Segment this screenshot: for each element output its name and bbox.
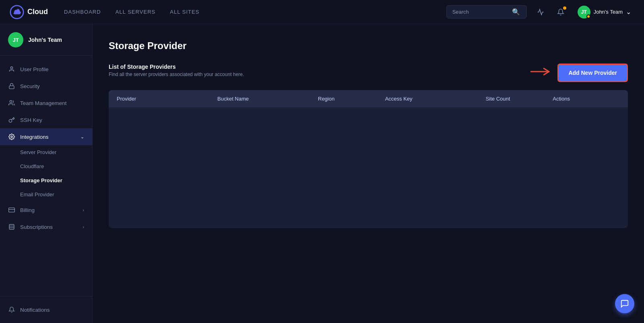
svg-rect-2	[9, 86, 14, 88]
table-body	[109, 107, 628, 228]
chevron-down-icon: ⌄	[626, 8, 631, 16]
sidebar-item-security[interactable]: Security	[0, 78, 92, 95]
sidebar-subitem-cloudflare[interactable]: Cloudflare	[0, 159, 92, 173]
sidebar-label-ssh-key: SSH Key	[20, 117, 42, 123]
nav-dashboard[interactable]: DASHBOARD	[64, 9, 101, 15]
col-bucket-name: Bucket Name	[217, 96, 318, 102]
key-icon	[8, 116, 15, 123]
billing-icon	[8, 206, 15, 214]
section-title: List of Storage Providers	[109, 64, 244, 70]
sidebar-label-notifications: Notifications	[20, 307, 50, 313]
logo[interactable]: Cloud	[10, 5, 48, 19]
user-menu[interactable]: JT John's Team ⌄	[574, 4, 634, 20]
user-name-label: John's Team	[594, 9, 623, 15]
activity-icon-btn[interactable]	[534, 6, 547, 19]
sidebar: JT John's Team User Profile	[0, 24, 93, 323]
sidebar-subitem-email-provider[interactable]: Email Provider	[0, 187, 92, 202]
svg-rect-5	[9, 208, 15, 212]
sidebar-username: John's Team	[28, 37, 62, 43]
settings-icon	[8, 133, 15, 140]
sidebar-label-security: Security	[20, 83, 40, 89]
notifications-icon-btn[interactable]	[554, 6, 567, 19]
logo-text: Cloud	[27, 8, 48, 16]
col-actions: Actions	[553, 96, 620, 102]
sidebar-item-ssh-key[interactable]: SSH Key	[0, 111, 92, 128]
arrow-indicator	[527, 65, 551, 81]
search-input[interactable]	[452, 9, 509, 15]
sidebar-label-team-management: Team Management	[20, 100, 67, 106]
col-region: Region	[318, 96, 385, 102]
add-provider-wrapper: Add New Provider	[527, 64, 628, 82]
chevron-right-billing-icon: ›	[83, 208, 84, 212]
team-icon	[8, 99, 15, 107]
col-access-key: Access Key	[385, 96, 486, 102]
sidebar-item-notifications[interactable]: Notifications	[0, 301, 92, 318]
sidebar-bottom: Notifications	[0, 296, 92, 323]
nav-all-servers[interactable]: ALL SERVERS	[116, 9, 156, 15]
page-title: Storage Provider	[109, 40, 628, 51]
chevron-down-icon: ⌄	[80, 134, 84, 140]
integrations-submenu: Server Provider Cloudflare Storage Provi…	[0, 145, 92, 202]
sidebar-nav: User Profile Security	[0, 56, 92, 296]
sidebar-subitem-storage-provider[interactable]: Storage Provider	[0, 173, 92, 187]
sidebar-label-subscriptions: Subscriptions	[20, 224, 53, 230]
chat-bubble-button[interactable]	[615, 294, 634, 313]
person-icon	[8, 66, 15, 73]
sidebar-subitem-server-provider[interactable]: Server Provider	[0, 145, 92, 159]
svg-point-3	[10, 101, 12, 103]
svg-point-4	[11, 136, 12, 138]
chevron-right-subscriptions-icon: ›	[83, 224, 84, 229]
svg-point-1	[10, 67, 12, 69]
sidebar-avatar: JT	[8, 32, 23, 47]
sidebar-item-team-management[interactable]: Team Management	[0, 95, 92, 111]
search-box[interactable]: 🔍	[446, 5, 527, 19]
svg-rect-7	[9, 224, 14, 229]
topnav-right: 🔍 JT John's Team ⌄	[446, 4, 634, 20]
sidebar-item-billing[interactable]: Billing ›	[0, 202, 92, 218]
topnav: Cloud DASHBOARD ALL SERVERS ALL SITES 🔍 …	[0, 0, 644, 24]
main-layout: JT John's Team User Profile	[0, 24, 644, 323]
sidebar-user: JT John's Team	[0, 24, 92, 56]
sidebar-label-billing: Billing	[20, 207, 35, 213]
sidebar-label-user-profile: User Profile	[20, 66, 49, 72]
section-info: List of Storage Providers Find all the s…	[109, 64, 244, 77]
main-content: Storage Provider List of Storage Provide…	[93, 24, 644, 323]
col-provider: Provider	[117, 96, 217, 102]
bell-icon	[8, 306, 15, 313]
avatar: JT	[578, 6, 590, 19]
add-new-provider-button[interactable]: Add New Provider	[557, 64, 628, 82]
sidebar-label-integrations: Integrations	[20, 134, 49, 140]
subscriptions-icon	[8, 223, 15, 230]
nav-all-sites[interactable]: ALL SITES	[170, 9, 199, 15]
sidebar-item-user-profile[interactable]: User Profile	[0, 61, 92, 78]
section-header: List of Storage Providers Find all the s…	[109, 64, 628, 82]
section-desc: Find all the server providers associated…	[109, 72, 244, 77]
lock-icon	[8, 82, 15, 90]
sidebar-item-integrations[interactable]: Integrations ⌄	[0, 128, 92, 145]
table-header: Provider Bucket Name Region Access Key S…	[109, 90, 628, 107]
notification-badge	[563, 6, 566, 10]
nav-links: DASHBOARD ALL SERVERS ALL SITES	[64, 9, 446, 15]
providers-table: Provider Bucket Name Region Access Key S…	[109, 90, 628, 228]
sidebar-item-subscriptions[interactable]: Subscriptions ›	[0, 218, 92, 235]
search-icon: 🔍	[512, 8, 520, 16]
col-site-count: Site Count	[486, 96, 553, 102]
avatar-status-dot	[586, 14, 590, 19]
